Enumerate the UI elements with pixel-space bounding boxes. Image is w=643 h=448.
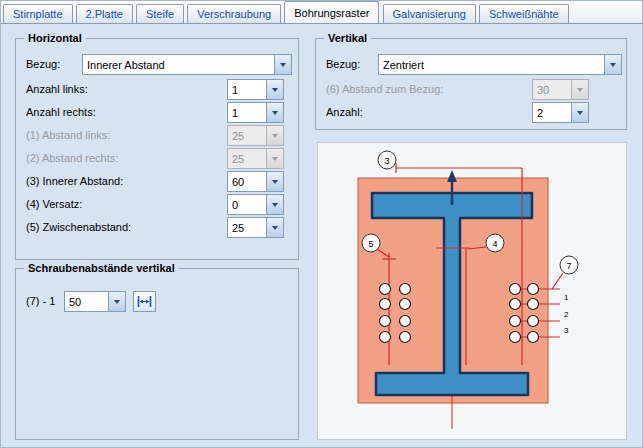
anzahl-vertikal-value: 2 xyxy=(533,103,571,122)
anzahl-rechts-value: 1 xyxy=(228,103,266,122)
chevron-down-icon xyxy=(266,149,283,168)
chevron-down-icon[interactable] xyxy=(266,80,283,99)
bezug-vertikal-select[interactable]: Zentriert xyxy=(378,54,622,75)
equal-spacing-button[interactable] xyxy=(133,291,156,312)
anzahl-vertikal-label: Anzahl: xyxy=(326,106,363,119)
anzahl-links-value: 1 xyxy=(228,80,266,99)
chevron-down-icon[interactable] xyxy=(274,55,291,74)
abstand-rechts-label: (2) Abstand rechts: xyxy=(26,152,118,165)
bolt-pattern-diagram: 3 5 4 7 1 2 3 xyxy=(317,142,627,440)
innerer-abstand-label: (3) Innerer Abstand: xyxy=(26,175,123,188)
row-spacing-3: 3 xyxy=(564,326,569,335)
row-7-1-value: 50 xyxy=(65,292,108,311)
abstand-zum-bezug-select: 30 xyxy=(532,79,589,100)
callout-7-text: 7 xyxy=(566,261,571,271)
group-vertikal-title: Vertikal xyxy=(324,32,371,44)
zwischenabstand-value: 25 xyxy=(228,218,266,237)
innerer-abstand-select[interactable]: 60 xyxy=(227,171,284,192)
abstand-links-select: 25 xyxy=(227,125,284,146)
chevron-down-icon[interactable] xyxy=(604,55,621,74)
chevron-down-icon[interactable] xyxy=(266,172,283,191)
abstand-links-label: (1) Abstand links: xyxy=(26,129,110,142)
row-spacing-2: 2 xyxy=(564,310,569,319)
tab-galvanisierung[interactable]: Galvanisierung xyxy=(383,4,476,23)
anzahl-rechts-select[interactable]: 1 xyxy=(227,102,284,123)
group-horizontal: Horizontal Bezug: Innerer Abstand Anzahl… xyxy=(15,38,299,260)
chevron-down-icon[interactable] xyxy=(266,195,283,214)
abstand-zum-bezug-label: (6) Abstand zum Bezug: xyxy=(326,83,443,96)
chevron-down-icon[interactable] xyxy=(266,218,283,237)
callout-5-text: 5 xyxy=(368,239,373,249)
chevron-down-icon[interactable] xyxy=(571,103,588,122)
anzahl-rechts-label: Anzahl rechts: xyxy=(26,106,96,119)
versatz-select[interactable]: 0 xyxy=(227,194,284,215)
row-spacing-1: 1 xyxy=(564,293,569,302)
tab-bar: Stirnplatte 2.Platte Steife Verschraubun… xyxy=(1,1,642,23)
bezug-horizontal-select[interactable]: Innerer Abstand xyxy=(82,54,292,75)
callout-4-text: 4 xyxy=(492,239,497,249)
group-vertikal: Vertikal Bezug: Zentriert (6) Abstand zu… xyxy=(315,38,627,130)
zwischenabstand-select[interactable]: 25 xyxy=(227,217,284,238)
bezug-horizontal-label: Bezug: xyxy=(26,58,60,71)
tab-verschraubung[interactable]: Verschraubung xyxy=(187,4,281,23)
anzahl-vertikal-select[interactable]: 2 xyxy=(532,102,589,123)
tab-steife[interactable]: Steife xyxy=(136,4,184,23)
chevron-down-icon xyxy=(266,126,283,145)
bohrungsraster-panel: Horizontal Bezug: Innerer Abstand Anzahl… xyxy=(1,23,642,447)
abstand-links-value: 25 xyxy=(228,126,266,145)
row-spacing-labels: 1 2 3 xyxy=(564,293,569,335)
chevron-down-icon xyxy=(571,80,588,99)
group-horizontal-title: Horizontal xyxy=(24,32,86,44)
dialog-window: Stirnplatte 2.Platte Steife Verschraubun… xyxy=(0,0,643,448)
tab-stirnplatte[interactable]: Stirnplatte xyxy=(3,4,73,23)
group-schraubenabstaende: Schraubenabstände vertikal (7) - 1 50 xyxy=(15,268,299,440)
anzahl-links-select[interactable]: 1 xyxy=(227,79,284,100)
innerer-abstand-value: 60 xyxy=(228,172,266,191)
chevron-down-icon[interactable] xyxy=(108,292,125,311)
anzahl-links-label: Anzahl links: xyxy=(26,83,88,96)
group-schraubenabstaende-title: Schraubenabstände vertikal xyxy=(24,262,179,274)
row-7-1-select[interactable]: 50 xyxy=(64,291,126,312)
bolt-pattern-diagram-svg: 3 5 4 7 1 2 3 xyxy=(318,143,626,439)
tab-2platte[interactable]: 2.Platte xyxy=(76,4,133,23)
abstand-rechts-select: 25 xyxy=(227,148,284,169)
bezug-horizontal-value: Innerer Abstand xyxy=(83,55,274,74)
abstand-rechts-value: 25 xyxy=(228,149,266,168)
equal-spacing-icon xyxy=(137,295,152,308)
bezug-vertikal-label: Bezug: xyxy=(326,58,360,71)
zwischenabstand-label: (5) Zwischenabstand: xyxy=(26,221,131,234)
bezug-vertikal-value: Zentriert xyxy=(379,55,604,74)
abstand-zum-bezug-value: 30 xyxy=(533,80,571,99)
versatz-label: (4) Versatz: xyxy=(26,198,82,211)
chevron-down-icon[interactable] xyxy=(266,103,283,122)
tab-schweissnaehte[interactable]: Schweißnähte xyxy=(479,4,569,23)
tab-bohrungsraster[interactable]: Bohrungsraster xyxy=(284,1,379,23)
versatz-value: 0 xyxy=(228,195,266,214)
row-7-1-label: (7) - 1 xyxy=(26,295,55,308)
callout-3-text: 3 xyxy=(384,156,389,166)
